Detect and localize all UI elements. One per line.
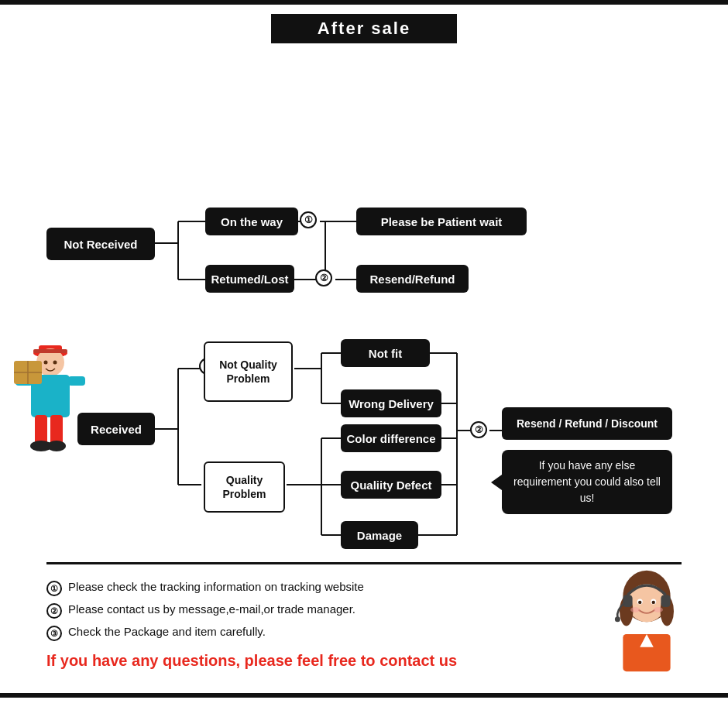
svg-point-44 [44, 361, 48, 365]
note-item-1: ① Please check the tracking information … [46, 580, 682, 596]
svg-point-55 [654, 607, 663, 612]
notes-list: ① Please check the tracking information … [46, 580, 682, 641]
note-circle-3: ③ [46, 626, 62, 641]
svg-point-43 [47, 441, 66, 451]
on-the-way-node: On the way [205, 208, 298, 235]
svg-point-52 [638, 601, 641, 604]
not-fit-node: Not fit [341, 339, 430, 367]
returned-lost-node: Retumed/Lost [205, 265, 294, 293]
please-patient-node: Please be Patient wait [356, 208, 527, 235]
flowchart-section: Not Received ① On the way Retumed/Lost ②… [0, 51, 728, 547]
note-text-1: Please check the tracking information on… [68, 580, 364, 593]
svg-point-53 [652, 601, 655, 604]
note-text-2: Please contact us by message,e-mail,or t… [68, 602, 355, 616]
resend-refund-discount-node: Resend / Refund / Discount [502, 407, 672, 440]
quality-defect-node: Qualiity Defect [341, 471, 441, 499]
note-circle-1: ① [46, 581, 62, 596]
circle-marker-1: ① [300, 211, 317, 228]
wrong-delivery-node: Wrong Delivery [341, 389, 441, 417]
circle-marker-2-right: ② [470, 421, 487, 438]
svg-point-54 [630, 607, 640, 612]
note-item-3: ③ Check the Package and item carefully. [46, 625, 682, 641]
damage-node: Damage [341, 521, 418, 549]
title-bar: After sale [0, 14, 728, 43]
delivery-person-illustration [8, 299, 101, 454]
section-divider [46, 562, 682, 564]
support-person-illustration [596, 569, 697, 678]
page-title: After sale [271, 14, 457, 43]
svg-rect-58 [623, 595, 632, 607]
circle-marker-2-top: ② [315, 269, 332, 286]
top-border [0, 0, 728, 5]
resend-refund-top-node: Resend/Refund [356, 265, 469, 293]
quality-problem-node: Quality Problem [204, 461, 285, 513]
svg-rect-59 [661, 595, 670, 607]
note-item-2: ② Please contact us by message,e-mail,or… [46, 602, 682, 619]
svg-rect-33 [33, 349, 67, 353]
bottom-border [0, 693, 728, 698]
note-circle-2: ② [46, 603, 62, 619]
svg-point-60 [615, 616, 620, 622]
not-quality-problem-node: Not Quality Problem [204, 341, 293, 402]
bottom-section: ① Please check the tracking information … [0, 547, 728, 685]
svg-rect-36 [68, 376, 85, 386]
speech-bubble: If you have any else requirement you cou… [502, 450, 672, 514]
svg-point-45 [53, 361, 57, 365]
color-difference-node: Color difference [341, 424, 441, 452]
note-text-3: Check the Package and item carefully. [68, 625, 266, 638]
contact-text: If you have any questions, please feel f… [46, 652, 682, 670]
not-received-node: Not Received [46, 228, 155, 260]
